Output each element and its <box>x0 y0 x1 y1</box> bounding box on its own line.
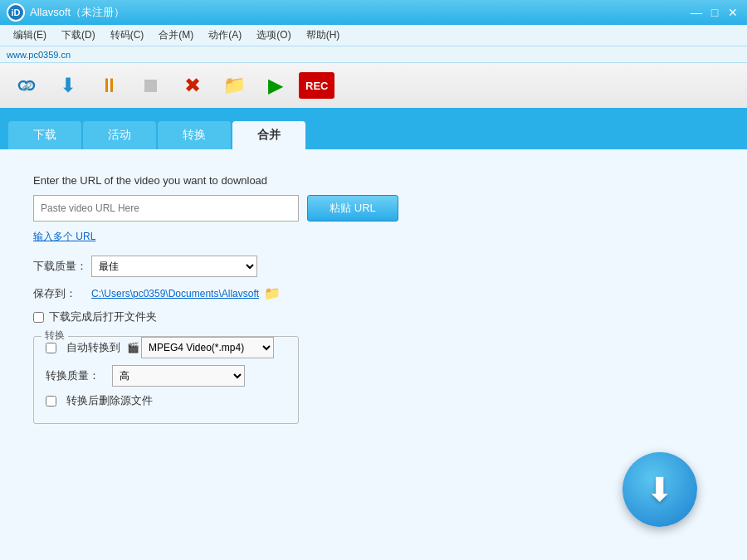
url-input[interactable] <box>33 195 299 222</box>
title-bar-left: iD Allavsoft（未注册） <box>7 3 124 22</box>
open-folder-button[interactable]: 📁 <box>216 67 252 104</box>
auto-convert-label: 自动转换到 <box>66 340 120 355</box>
paste-url-button[interactable]: 粘贴 URL <box>307 195 398 222</box>
auto-convert-format-select[interactable]: MPEG4 Video(*.mp4) <box>141 337 274 358</box>
title-bar-controls: — □ ✕ <box>689 5 740 20</box>
link-icon: 🔗 <box>15 74 38 97</box>
auto-convert-row: 自动转换到 🎬 MPEG4 Video(*.mp4) <box>46 337 286 358</box>
auto-convert-checkbox[interactable] <box>46 343 56 353</box>
open-folder-row: 下载完成后打开文件夹 <box>33 309 714 324</box>
convert-section-wrapper: 转换 自动转换到 🎬 MPEG4 Video(*.mp4) 转换质量： <box>33 336 299 424</box>
rec-button[interactable]: REC <box>299 72 334 99</box>
quality-label: 下载质量： <box>33 259 91 274</box>
watermark-bar: www.pc0359.cn <box>0 46 747 63</box>
delete-source-row: 转换后删除源文件 <box>46 393 286 408</box>
maximize-button[interactable]: □ <box>707 5 722 20</box>
save-label: 保存到： <box>33 286 91 301</box>
save-path-link[interactable]: C:\Users\pc0359\Documents\Allavsoft <box>91 288 259 299</box>
menu-bar: 编辑(E) 下载(D) 转码(C) 合并(M) 动作(A) 选项(O) 帮助(H… <box>0 25 747 46</box>
play-button[interactable]: ▶ <box>257 67 294 104</box>
open-folder-label: 下载完成后打开文件夹 <box>49 309 157 324</box>
menu-download[interactable]: 下载(D) <box>55 27 102 44</box>
menu-action[interactable]: 动作(A) <box>202 27 248 44</box>
menu-help[interactable]: 帮助(H) <box>300 27 347 44</box>
cancel-button[interactable]: ✖ <box>174 67 211 104</box>
title-bar: iD Allavsoft（未注册） — □ ✕ <box>0 0 747 25</box>
download-circle-button[interactable]: ⬇ <box>622 452 697 527</box>
save-path-row: 保存到： C:\Users\pc0359\Documents\Allavsoft… <box>33 285 714 301</box>
url-row: 粘贴 URL <box>33 195 714 222</box>
download-button[interactable]: ⬇ <box>50 67 86 104</box>
pause-button[interactable]: ⏸ <box>91 67 128 104</box>
toolbar: 🔗 ⬇ ⏸ ⏹ ✖ 📁 ▶ REC <box>0 63 747 110</box>
convert-section-title: 转换 <box>42 329 68 343</box>
menu-options[interactable]: 选项(O) <box>250 27 297 44</box>
delete-source-checkbox[interactable] <box>46 396 56 407</box>
tab-merge[interactable]: 合并 <box>232 121 305 149</box>
link-button[interactable]: 🔗 <box>8 67 45 104</box>
open-folder-checkbox[interactable] <box>33 312 44 323</box>
convert-quality-label: 转换质量： <box>46 368 105 383</box>
minimize-button[interactable]: — <box>689 5 704 20</box>
menu-merge[interactable]: 合并(M) <box>152 27 200 44</box>
tabs-bar: 下载 活动 转换 合并 <box>0 110 747 149</box>
menu-transcode[interactable]: 转码(C) <box>104 27 151 44</box>
app-title: Allavsoft（未注册） <box>30 5 124 20</box>
delete-source-label: 转换后删除源文件 <box>66 393 153 408</box>
quality-row: 下载质量： 最佳 高 中 低 <box>33 256 714 277</box>
app-logo: iD <box>7 3 25 22</box>
main-content: Enter the URL of the video you want to d… <box>0 149 747 560</box>
convert-quality-select[interactable]: 高 中 低 <box>112 365 245 387</box>
watermark-text: www.pc0359.cn <box>7 50 71 60</box>
url-instruction-label: Enter the URL of the video you want to d… <box>33 174 714 187</box>
quality-select[interactable]: 最佳 高 中 低 <box>91 256 257 277</box>
save-folder-icon[interactable]: 📁 <box>264 285 281 301</box>
video-icon: 🎬 <box>127 342 139 353</box>
tab-convert[interactable]: 转换 <box>158 121 231 149</box>
convert-section-inner: 自动转换到 🎬 MPEG4 Video(*.mp4) 转换质量： 高 中 低 <box>46 337 286 408</box>
multi-url-link[interactable]: 输入多个 URL <box>33 230 95 244</box>
tab-download[interactable]: 下载 <box>8 121 81 149</box>
download-arrow-icon: ⬇ <box>646 473 674 506</box>
stop-button[interactable]: ⏹ <box>133 67 169 104</box>
menu-edit[interactable]: 编辑(E) <box>7 27 53 44</box>
svg-text:🔗: 🔗 <box>22 81 32 92</box>
convert-quality-row: 转换质量： 高 中 低 <box>46 365 286 387</box>
convert-section: 转换 自动转换到 🎬 MPEG4 Video(*.mp4) 转换质量： <box>33 336 299 424</box>
close-button[interactable]: ✕ <box>725 5 740 20</box>
tab-activity[interactable]: 活动 <box>83 121 156 149</box>
